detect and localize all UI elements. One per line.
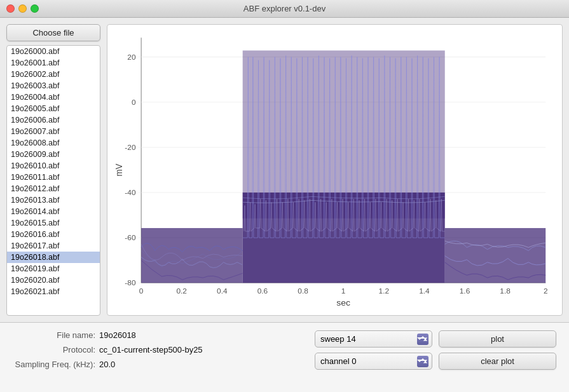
svg-text:0: 0 [139,287,144,295]
file-list[interactable]: 19o26000.abf19o26001.abf19o26002.abf19o2… [6,45,100,316]
window-controls [6,4,39,13]
sweep-select[interactable]: sweep 1sweep 2sweep 3sweep 4sweep 5sweep… [315,330,432,348]
choose-file-button[interactable]: Choose file [6,24,100,41]
main-content: Choose file 19o26000.abf19o26001.abf19o2… [0,18,569,392]
file-item[interactable]: 19o26010.abf [7,160,100,172]
file-item[interactable]: 19o26013.abf [7,194,100,206]
buttons-column: plot clear plot [439,330,556,370]
close-button[interactable] [6,4,15,13]
file-item[interactable]: 19o26012.abf [7,183,100,194]
file-item[interactable]: 19o26006.abf [7,114,100,126]
svg-text:sec: sec [336,298,350,308]
sweep-select-wrapper: sweep 1sweep 2sweep 3sweep 4sweep 5sweep… [315,330,432,348]
file-item[interactable]: 19o26004.abf [7,91,100,103]
file-item[interactable]: 19o26014.abf [7,206,100,217]
channel-select-wrapper: channel 0channel 1channel 2 [315,353,432,370]
filename-value: 19o26018 [99,330,136,340]
svg-rect-29 [445,228,545,283]
maximize-button[interactable] [31,4,39,13]
svg-text:-40: -40 [125,189,135,196]
clear-plot-button[interactable]: clear plot [439,353,556,370]
filename-label: File name: [13,330,95,340]
svg-text:0.8: 0.8 [298,287,308,295]
svg-text:0.2: 0.2 [176,287,186,295]
protocol-row: Protocol: cc_01-current-step500-by25 [13,345,203,355]
svg-text:-80: -80 [125,280,135,287]
app-title: ABF explorer v0.1-dev [243,4,326,13]
channel-select[interactable]: channel 0channel 1channel 2 [315,353,432,370]
svg-text:1.4: 1.4 [419,287,430,295]
svg-text:0.4: 0.4 [217,287,228,295]
sidebar: Choose file 19o26000.abf19o26001.abf19o2… [6,24,100,316]
svg-text:0.6: 0.6 [257,287,268,295]
file-item[interactable]: 19o26015.abf [7,217,100,229]
file-item[interactable]: 19o26001.abf [7,57,100,69]
svg-text:1: 1 [341,287,346,295]
sampling-row: Sampling Freq. (kHz): 20.0 [13,360,203,369]
svg-text:0: 0 [132,98,136,106]
file-item[interactable]: 19o26017.abf [7,240,100,252]
svg-text:1.8: 1.8 [500,287,510,295]
file-item[interactable]: 19o26002.abf [7,69,100,80]
svg-text:1.6: 1.6 [460,287,470,295]
minimize-button[interactable] [18,4,27,13]
svg-text:-20: -20 [125,144,135,151]
titlebar: ABF explorer v0.1-dev [0,0,569,18]
sampling-value: 20.0 [99,360,115,369]
file-item[interactable]: 19o26005.abf [7,103,100,114]
protocol-label: Protocol: [13,345,95,355]
dropdowns-column: sweep 1sweep 2sweep 3sweep 4sweep 5sweep… [315,330,432,370]
protocol-value: cc_01-current-step500-by25 [99,345,203,355]
controls-area: sweep 1sweep 2sweep 3sweep 4sweep 5sweep… [315,330,556,370]
sampling-label: Sampling Freq. (kHz): [13,360,95,369]
file-item[interactable]: 19o26020.abf [7,274,100,286]
svg-text:2: 2 [544,287,548,295]
filename-row: File name: 19o26018 [13,330,203,340]
bottom-bar: File name: 19o26018 Protocol: cc_01-curr… [0,322,569,392]
file-info: File name: 19o26018 Protocol: cc_01-curr… [13,330,203,369]
top-section: Choose file 19o26000.abf19o26001.abf19o2… [0,18,569,322]
file-item[interactable]: 19o26016.abf [7,229,100,240]
file-item[interactable]: 19o26009.abf [7,149,100,160]
file-item[interactable]: 19o26007.abf [7,126,100,137]
file-item[interactable]: 19o26008.abf [7,137,100,149]
file-item[interactable]: 19o26003.abf [7,80,100,91]
file-item[interactable]: 19o26019.abf [7,263,100,274]
file-item[interactable]: 19o26000.abf [7,46,100,57]
y-axis-label: mV [114,163,124,177]
file-item[interactable]: 19o26018.abf [7,252,100,263]
svg-rect-28 [243,50,445,218]
file-item[interactable]: 19o26011.abf [7,172,100,183]
svg-text:-60: -60 [125,234,135,242]
svg-rect-26 [141,228,243,283]
file-item[interactable]: 19o26021.abf [7,286,100,297]
plot-area: mV 20 0 -20 -4 [107,24,563,316]
plot-button[interactable]: plot [439,330,556,348]
svg-text:20: 20 [127,53,135,61]
svg-text:1.2: 1.2 [379,287,389,295]
plot-svg: mV 20 0 -20 -4 [114,31,552,309]
